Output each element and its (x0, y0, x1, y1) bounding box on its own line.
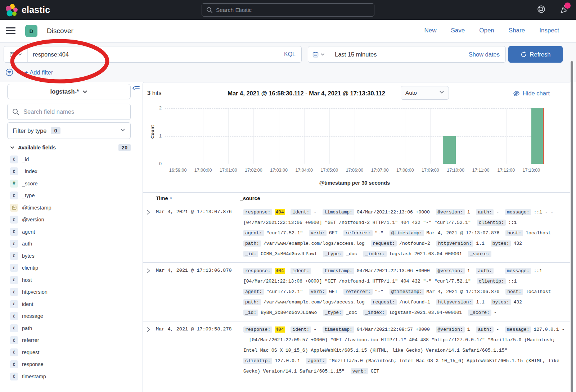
current-time-marker (543, 108, 544, 164)
field-name-badge: @timestamp: (390, 289, 424, 295)
save-button[interactable]: Save (451, 27, 465, 34)
field-list-item[interactable]: tauth (10, 238, 131, 250)
field-name-badge: _id: (243, 310, 258, 316)
query-bar: response:404 KQL (4, 46, 302, 63)
field-value: ::1 (508, 279, 517, 284)
divider (17, 72, 21, 73)
table-row: Mar 4, 2021 @ 17:13:06.870response:404 i… (143, 263, 570, 321)
filter-icon[interactable] (5, 68, 13, 76)
field-search-input[interactable]: Search field names (7, 104, 131, 120)
field-list-item[interactable]: thost (10, 274, 131, 286)
field-name-badge: _type: (323, 310, 343, 316)
field-value: - (314, 209, 316, 215)
histogram-chart[interactable] (165, 108, 544, 164)
field-list-item[interactable]: thttpversion (10, 286, 131, 298)
show-dates-button[interactable]: Show dates (463, 51, 505, 58)
field-list-item[interactable]: trequest (10, 346, 131, 359)
field-value: 127.0.0.1 (275, 358, 300, 364)
field-list-item[interactable]: t_id (10, 153, 131, 166)
query-language-button[interactable]: KQL (278, 51, 301, 58)
date-quick-select-button[interactable] (308, 46, 329, 62)
field-list-item[interactable]: @timestamp (10, 202, 131, 214)
field-list-item[interactable]: tpath (10, 322, 131, 334)
expand-row-icon[interactable] (146, 266, 156, 275)
field-name-badge: referrer: (343, 230, 372, 236)
news-feed-icon[interactable] (559, 5, 569, 15)
expand-row-icon[interactable] (146, 324, 156, 334)
field-name-badge: _score: (468, 251, 491, 257)
page-title: Discover (47, 27, 73, 35)
index-pattern-select[interactable]: logstash-* (7, 84, 131, 99)
divider (21, 24, 21, 39)
field-name-badge: clientip: (477, 220, 506, 226)
page-scrollbar[interactable] (571, 61, 573, 392)
field-list-item[interactable]: t@version (10, 214, 131, 226)
share-button[interactable]: Share (509, 27, 525, 34)
string-field-icon: t (10, 264, 18, 272)
collapse-sidebar-icon[interactable] (132, 85, 140, 93)
field-list-item[interactable]: tclientip (10, 262, 131, 274)
interval-select[interactable]: Auto (401, 86, 449, 100)
field-value: 1.1 (476, 299, 484, 305)
discover-page: elastic Search Elastic (0, 0, 576, 392)
field-list-item[interactable]: tident (10, 298, 131, 310)
highlighted-value: 404 (275, 326, 284, 333)
source-column-header: _source (240, 195, 570, 201)
string-field-icon: t (10, 252, 18, 260)
field-list-item[interactable]: tbytes (10, 250, 131, 262)
query-input[interactable]: response:404 (28, 51, 278, 58)
new-button[interactable]: New (424, 27, 436, 34)
x-tick-label: 17:04:00 (295, 168, 313, 173)
discover-app-badge[interactable]: D (25, 25, 37, 37)
field-list-item[interactable]: tresponse (10, 359, 131, 371)
expand-row-icon[interactable] (146, 207, 156, 216)
time-range-button[interactable]: Last 15 minutes (329, 51, 463, 58)
menu-icon[interactable] (6, 27, 15, 35)
table-row: Mar 4, 2021 @ 17:13:07.876response:404 i… (143, 204, 570, 263)
field-list-item[interactable]: t_index (10, 166, 131, 178)
field-name: _id (22, 157, 29, 162)
hide-chart-button[interactable]: Hide chart (513, 90, 550, 97)
available-fields-toggle[interactable]: Available fields 20 (10, 144, 131, 151)
field-name-badge: clientip: (243, 358, 272, 364)
field-list-item[interactable]: #_score (10, 177, 131, 190)
help-icon[interactable] (537, 5, 546, 15)
field-list-item[interactable]: ttimestamp (10, 370, 131, 383)
field-name-badge: verb: (309, 289, 327, 295)
string-field-icon: t (10, 360, 18, 368)
field-value: localhost (526, 230, 551, 236)
field-name-badge: auth: (476, 209, 494, 215)
refresh-button[interactable]: Refresh (508, 46, 563, 63)
field-name-badge: agent: (243, 289, 264, 295)
field-list-item[interactable]: tmessage (10, 310, 131, 323)
field-value: 04/Mar/2021:22:13:06 +0000 (357, 209, 430, 215)
inspect-button[interactable]: Inspect (539, 27, 559, 34)
field-list-item[interactable]: treferrer (10, 334, 131, 347)
open-button[interactable]: Open (479, 27, 494, 34)
histogram-bar[interactable] (443, 136, 455, 164)
elastic-home-link[interactable]: elastic (5, 4, 50, 17)
x-tick-label: 17:02:00 (245, 168, 262, 173)
field-name-badge: _index: (363, 251, 387, 257)
filter-by-type-select[interactable]: Filter by type 0 (7, 122, 131, 139)
field-list-item[interactable]: tagent (10, 226, 131, 238)
doc-table-rows: Mar 4, 2021 @ 17:13:07.876response:404 i… (143, 204, 570, 380)
field-name-badge: response: (243, 326, 272, 333)
histogram-bar[interactable] (531, 108, 544, 164)
x-tick-label: 16:59:00 (169, 168, 187, 173)
field-name-badge: bytes: (491, 299, 511, 305)
global-search-input[interactable]: Search Elastic (202, 3, 374, 17)
add-filter-button[interactable]: + Add filter (25, 69, 53, 76)
field-value: /var/www/example.com/logs/access.log (264, 241, 365, 246)
field-name: host (22, 277, 32, 283)
string-field-icon: t (10, 240, 18, 248)
field-list-item[interactable]: t_type (10, 190, 131, 202)
saved-query-menu-button[interactable] (4, 46, 28, 62)
field-name-badge: auth: (476, 268, 494, 274)
field-name: _score (22, 181, 38, 186)
time-column-header[interactable]: Time ▼ (153, 195, 240, 201)
doc-source: response:404 ident:- timestamp:04/Mar/20… (243, 266, 570, 318)
field-value: "-" (375, 289, 383, 294)
field-name-badge: response: (243, 268, 272, 274)
field-name-badge: timestamp: (323, 326, 354, 333)
